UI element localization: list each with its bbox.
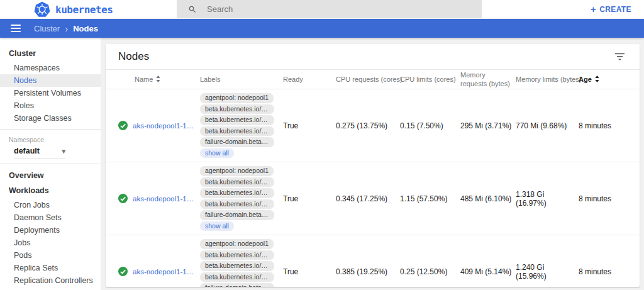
column-header-labels: Labels [200,75,283,84]
sidebar-item-nodes[interactable]: Nodes [0,74,101,87]
sidebar-item-replica-sets[interactable]: Replica Sets [0,262,101,274]
sidebar-item-stateful-sets[interactable]: Stateful Sets [0,287,101,290]
search-icon [188,5,197,14]
page-title: Nodes [118,50,149,63]
nodes-card: Nodes Name Labels Re [106,44,640,287]
sidebar-item-overview[interactable]: Overview [0,169,101,184]
column-header-age[interactable]: Age [579,75,627,84]
namespace-label: Namespace [0,134,101,145]
breadcrumb: Cluster › Nodes [34,24,98,33]
sidebar-item-persistent-volumes[interactable]: Persistent Volumes [0,87,101,99]
age-value: 8 minutes [579,267,627,276]
sidebar-item-deployments[interactable]: Deployments [0,224,101,237]
sort-icon [595,75,599,82]
label-chip: beta.kubernetes.io/instance-t… [200,261,274,271]
kubernetes-logo[interactable]: kubernetes [0,0,113,19]
show-all-button[interactable]: show all [200,148,234,159]
label-chip: failure-domain.beta.kubernet… [200,283,274,287]
cpu-limits-value: 1.15 (57.50%) [400,194,460,203]
memory-requests-value: 485 Mi (6.10%) [460,194,516,203]
namespace-value: default [14,147,40,155]
label-chip: failure-domain.beta.kubernet… [200,137,274,147]
main-content: Nodes Name Labels Re [101,38,644,290]
ready-value: True [283,121,336,130]
label-chip: beta.kubernetes.io/arch: amd… [200,250,274,260]
sidebar-item-namespaces[interactable]: Namespaces [0,62,101,74]
cpu-requests-value: 0.385 (19.25%) [336,267,400,276]
breadcrumb-cluster[interactable]: Cluster [34,24,60,33]
column-header-name[interactable]: Name [118,75,200,84]
filter-icon[interactable] [613,50,627,63]
memory-limits-value: 1.318 Gi (16.97%) [516,190,579,208]
memory-requests-value: 409 Mi (5.14%) [460,267,516,276]
column-header-ready: Ready [283,75,336,84]
cpu-limits-value: 0.25 (12.50%) [400,267,460,276]
plus-icon: + [591,4,596,14]
label-chip: agentpool: nodepool1 [200,239,274,249]
memory-limits-value: 1.240 Gi (15.96%) [516,263,579,281]
kubernetes-helm-icon [34,1,50,18]
age-value: 8 minutes [579,121,627,130]
column-header-cpu-limits: CPU limits (cores) [400,75,460,84]
status-ready-icon [118,194,128,203]
label-chip: beta.kubernetes.io/os: linux [200,126,274,137]
sidebar-item-pods[interactable]: Pods [0,249,101,262]
cpu-requests-value: 0.275 (13.75%) [336,121,400,130]
ready-value: True [283,267,336,276]
create-button-label: CREATE [599,5,631,14]
label-chip: agentpool: nodepool1 [200,166,274,176]
sidebar-item-cron-jobs[interactable]: Cron Jobs [0,199,101,211]
sidebar-item-storage-classes[interactable]: Storage Classes [0,112,101,125]
caret-down-icon: ▾ [62,147,65,155]
create-button[interactable]: + CREATE [587,0,635,18]
column-age-label: Age [579,75,592,84]
sidebar-divider [0,129,101,130]
memory-limits-value: 770 Mi (9.68%) [516,121,579,130]
column-header-cpu-requests: CPU requests (cores) [336,75,400,84]
label-chip: agentpool: nodepool1 [200,93,274,103]
search-input[interactable] [206,4,407,14]
sidebar-item-daemon-sets[interactable]: Daemon Sets [0,211,101,224]
chevron-right-icon: › [65,24,68,33]
age-value: 8 minutes [579,194,627,203]
sort-icon [156,75,160,82]
memory-requests-value: 295 Mi (3.71%) [460,121,516,130]
table-header: Name Labels Ready CPU requests (cores) C… [106,70,640,89]
status-ready-icon [118,267,128,276]
show-all-button[interactable]: show all [200,221,234,231]
cpu-requests-value: 0.345 (17.25%) [336,194,400,203]
label-chip: beta.kubernetes.io/instance-t… [200,188,274,198]
node-link[interactable]: aks-nodepool1-10230590-vm… [133,195,196,203]
label-chip: beta.kubernetes.io/os: linux [200,199,274,209]
menu-icon[interactable] [11,25,21,32]
label-chip: beta.kubernetes.io/arch: amd… [200,177,274,187]
label-chip: failure-domain.beta.kubernet… [200,210,274,220]
sidebar-section-cluster[interactable]: Cluster [0,47,101,62]
node-link[interactable]: aks-nodepool1-10230590-vm… [133,268,196,276]
sidebar-item-jobs[interactable]: Jobs [0,237,101,249]
table-row: aks-nodepool1-10230590-vm… agentpool: no… [106,162,640,235]
namespace-select[interactable]: default ▾ [14,147,65,159]
search-bar[interactable] [177,0,482,18]
top-header: kubernetes + CREATE [0,0,644,19]
column-header-memory-limits: Memory limits (bytes) [516,75,579,84]
label-chip: beta.kubernetes.io/os: linux [200,272,274,282]
sidebar-item-roles[interactable]: Roles [0,99,101,112]
cpu-limits-value: 0.15 (7.50%) [400,121,460,130]
brand-wordmark: kubernetes [55,4,113,16]
table-row: aks-nodepool1-10230590-vm… agentpool: no… [106,89,640,162]
label-chip: beta.kubernetes.io/arch: amd… [200,104,274,114]
sidebar-item-replication-controllers[interactable]: Replication Controllers [0,274,101,287]
sidebar-section-workloads[interactable]: Workloads [0,184,101,199]
ready-value: True [283,194,336,203]
table-row: aks-nodepool1-10230590-vm… agentpool: no… [106,235,640,287]
label-chip: beta.kubernetes.io/instance-t… [200,115,274,125]
status-ready-icon [118,121,128,130]
toolbar: Cluster › Nodes [0,19,644,38]
sidebar-divider [0,164,101,164]
breadcrumb-nodes: Nodes [73,24,98,33]
node-link[interactable]: aks-nodepool1-10230590-vm… [133,122,196,130]
sidebar: Cluster Namespaces Nodes Persistent Volu… [0,38,101,290]
column-header-memory-requests: Memory requests (bytes) [460,70,516,89]
column-name-label: Name [135,75,153,84]
